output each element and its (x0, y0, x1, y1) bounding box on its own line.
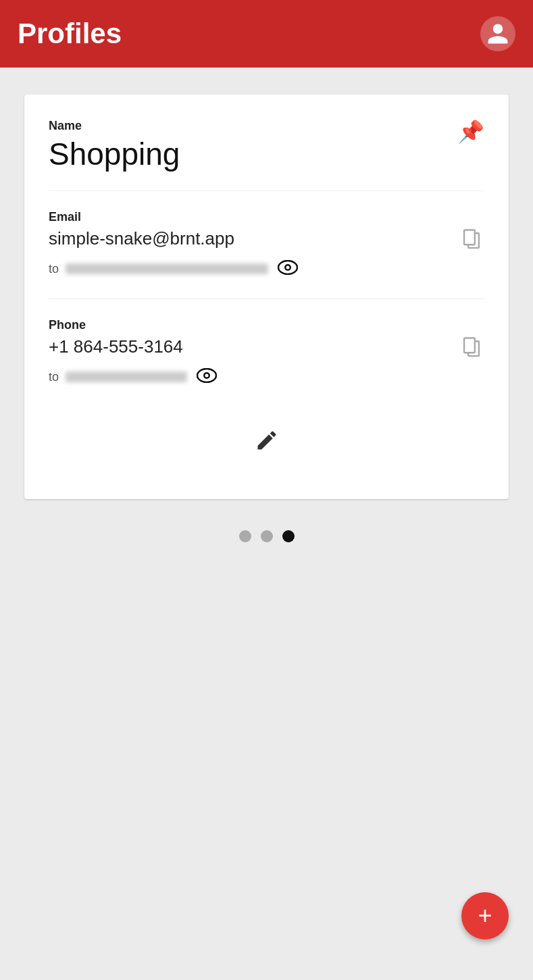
phone-to-row: to (49, 367, 484, 388)
toggle-email-visibility[interactable] (278, 259, 298, 280)
svg-point-4 (286, 265, 290, 269)
profile-card: Name Shopping 📌 Email simple-snake@brnt.… (24, 95, 509, 499)
content-area: Name Shopping 📌 Email simple-snake@brnt.… (0, 68, 533, 980)
copy-icon (461, 228, 482, 251)
page-dot-3[interactable] (282, 530, 295, 542)
phone-to-label: to (49, 370, 59, 384)
email-forwarded-value (66, 263, 268, 274)
svg-rect-6 (464, 338, 475, 353)
name-section: Name Shopping 📌 (49, 119, 484, 172)
email-section: Email simple-snake@brnt.app to (49, 210, 484, 280)
copy-phone-button[interactable] (461, 336, 482, 364)
email-value: simple-snake@brnt.app (49, 228, 234, 249)
email-to-label: to (49, 262, 59, 276)
add-profile-button[interactable]: + (461, 892, 509, 939)
divider-1 (49, 190, 484, 191)
person-icon (486, 22, 510, 46)
page-dot-2[interactable] (261, 530, 273, 542)
phone-section: Phone +1 864-555-3164 to (49, 318, 484, 388)
phone-forwarded-value (66, 371, 187, 382)
divider-2 (49, 299, 484, 299)
copy-email-button[interactable] (461, 228, 482, 256)
avatar[interactable] (480, 16, 515, 51)
eye-phone-icon (197, 368, 217, 383)
toggle-phone-visibility[interactable] (197, 367, 217, 388)
email-label: Email (49, 210, 484, 224)
svg-point-9 (205, 373, 209, 377)
email-to-row: to (49, 259, 484, 280)
phone-value: +1 864-555-3164 (49, 336, 183, 357)
header: Profiles (0, 0, 533, 68)
phone-label: Phone (49, 318, 484, 332)
copy-phone-icon (461, 336, 482, 359)
name-label: Name (49, 119, 484, 133)
pagination (24, 523, 509, 542)
svg-rect-1 (464, 230, 475, 244)
page-title: Profiles (18, 18, 122, 50)
pencil-icon (255, 428, 279, 459)
add-icon: + (478, 904, 492, 928)
page-dot-1[interactable] (239, 530, 251, 542)
edit-button[interactable] (49, 428, 484, 459)
eye-icon (278, 260, 298, 275)
pin-icon[interactable]: 📌 (457, 119, 484, 145)
name-value: Shopping (49, 137, 484, 172)
